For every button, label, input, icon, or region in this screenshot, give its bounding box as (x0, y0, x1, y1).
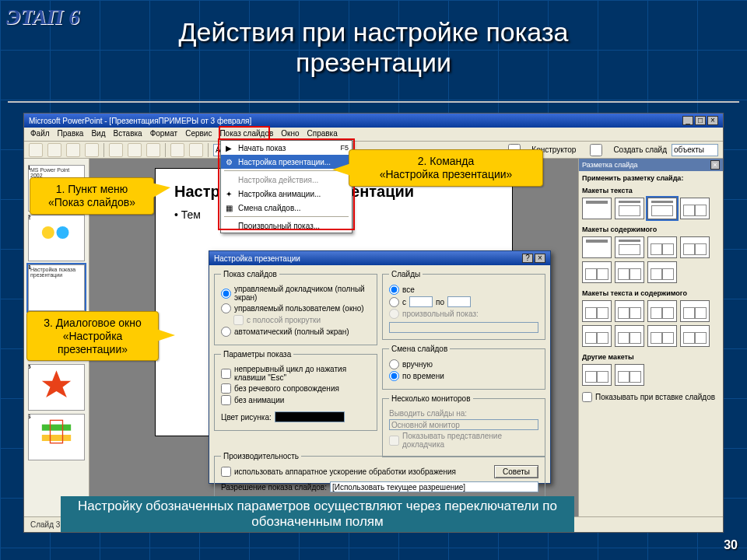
taskpane-autoshow-checkbox[interactable] (582, 392, 592, 402)
radio-presenter[interactable] (221, 289, 231, 299)
checkbox-scrollbar (233, 315, 244, 325)
resolution-select[interactable] (330, 481, 538, 492)
checkbox-no-narration[interactable] (221, 383, 231, 394)
layout-item[interactable] (647, 325, 677, 347)
close-button[interactable]: × (707, 116, 718, 125)
thumb-3[interactable]: 3Настройка показа презентации (28, 264, 85, 311)
svg-point-1 (57, 226, 69, 239)
page-number: 30 (724, 538, 738, 552)
open-icon[interactable] (47, 143, 61, 157)
checkbox-presenter-view (389, 436, 399, 446)
thumb-5[interactable]: 5 (28, 364, 85, 411)
taskpane: Разметка слайда× Применить разметку слай… (578, 159, 723, 516)
print-icon[interactable] (85, 143, 99, 157)
layout-item[interactable] (680, 300, 710, 322)
group-show-type: Показ слайдов (221, 270, 279, 278)
layout-item[interactable] (680, 236, 710, 258)
title-divider (8, 101, 739, 103)
layout-item[interactable] (582, 261, 612, 283)
monitor-select (389, 419, 538, 430)
undo-icon[interactable] (170, 143, 184, 157)
layout-item[interactable] (680, 325, 710, 347)
menu-tools[interactable]: Сервис (185, 129, 212, 139)
layout-item[interactable] (647, 236, 677, 258)
pen-color-select[interactable] (275, 411, 345, 422)
layout-group-other: Другие макеты (582, 353, 720, 361)
app-titlebar: Microsoft PowerPoint - [ПрезентацияПРИМЕ… (24, 114, 723, 128)
layout-item[interactable] (582, 325, 612, 347)
taskpane-title: Разметка слайда (582, 161, 637, 169)
menu-file[interactable]: Файл (30, 129, 50, 139)
group-performance: Производительность (221, 452, 301, 460)
layout-item[interactable] (615, 364, 644, 386)
thumb-6[interactable]: 6 (28, 414, 85, 460)
new-icon[interactable] (29, 143, 43, 157)
layout-item[interactable] (615, 261, 644, 283)
svg-rect-4 (42, 425, 71, 431)
redo-icon[interactable] (189, 143, 203, 157)
layout-item[interactable] (615, 198, 644, 219)
tips-button[interactable]: Советы (494, 465, 538, 478)
menubar[interactable]: Файл Правка Вид Вставка Формат Сервис По… (24, 128, 723, 142)
menu-view[interactable]: Вид (91, 129, 105, 139)
layout-item[interactable] (615, 236, 644, 258)
group-slides: Слайды (389, 270, 423, 278)
radio-all-slides[interactable] (389, 285, 399, 295)
dialog-title: Настройка презентации (214, 254, 300, 263)
copy-icon[interactable] (128, 143, 142, 157)
app-title: Microsoft PowerPoint - [ПрезентацияПРИМЕ… (29, 117, 251, 125)
layout-item[interactable] (647, 198, 677, 219)
paste-icon[interactable] (146, 143, 160, 157)
cut-icon[interactable] (109, 143, 123, 157)
group-options: Параметры показа (221, 350, 293, 359)
radio-range[interactable] (389, 297, 399, 307)
pen-color-label: Цвет рисунка: (221, 413, 272, 422)
page-title: Действия при настройке показа презентаци… (0, 17, 747, 78)
layout-item[interactable] (582, 300, 612, 322)
newslide-toggle[interactable] (580, 144, 612, 156)
layout-item[interactable] (680, 198, 710, 219)
svg-marker-3 (42, 370, 71, 397)
instruction-banner: Настройку обозначенных параметров осущес… (61, 496, 574, 532)
resolution-label: Разрешение показа слайдов: (221, 483, 327, 492)
save-icon[interactable] (66, 143, 80, 157)
layout-group-mixed: Макеты текста и содержимого (582, 289, 720, 297)
layout-item[interactable] (647, 261, 677, 283)
layout-group-text: Макеты текста (582, 187, 720, 194)
callout-3: 3. Диалоговое окно«Настройкапрезентации» (26, 311, 159, 361)
setup-show-dialog: Настройка презентации ?× Показ слайдов у… (209, 250, 551, 484)
radio-custom-show (389, 309, 399, 319)
callout-2: 2. Команда«Настройка презентации» (349, 149, 543, 187)
thumb-2[interactable]: 2 (28, 215, 85, 261)
layout-item[interactable] (647, 300, 677, 322)
highlight-box-dropdown (218, 138, 355, 230)
to-field[interactable] (447, 296, 471, 307)
radio-timings[interactable] (389, 371, 399, 381)
taskpane-select[interactable] (672, 144, 718, 156)
checkbox-no-animation[interactable] (221, 395, 231, 405)
menu-insert[interactable]: Вставка (113, 129, 142, 139)
radio-manual[interactable] (389, 359, 399, 369)
radio-kiosk[interactable] (221, 327, 231, 337)
from-field[interactable] (409, 296, 433, 307)
minimize-button[interactable]: _ (682, 116, 693, 125)
svg-point-0 (42, 226, 54, 239)
dialog-help-icon[interactable]: ? (522, 254, 533, 263)
layout-item[interactable] (615, 325, 644, 347)
maximize-button[interactable]: □ (695, 116, 706, 125)
monitor-label: Выводить слайды на: (389, 409, 538, 418)
layout-item[interactable] (582, 236, 612, 258)
menu-format[interactable]: Формат (150, 129, 178, 139)
callout-1: 1. Пункт меню«Показ слайдов» (30, 177, 154, 215)
taskpane-apply-label: Применить разметку слайда: (582, 174, 720, 182)
layout-item[interactable] (615, 300, 644, 322)
menu-edit[interactable]: Правка (58, 129, 84, 139)
checkbox-hw-accel[interactable] (221, 467, 231, 477)
radio-browsed[interactable] (221, 303, 231, 313)
layout-item[interactable] (582, 198, 612, 219)
taskpane-close-icon[interactable]: × (710, 160, 720, 170)
checkbox-loop[interactable] (221, 369, 231, 379)
layout-item[interactable] (582, 364, 612, 386)
group-advance: Смена слайдов (389, 345, 450, 353)
dialog-close-icon[interactable]: × (535, 254, 545, 263)
